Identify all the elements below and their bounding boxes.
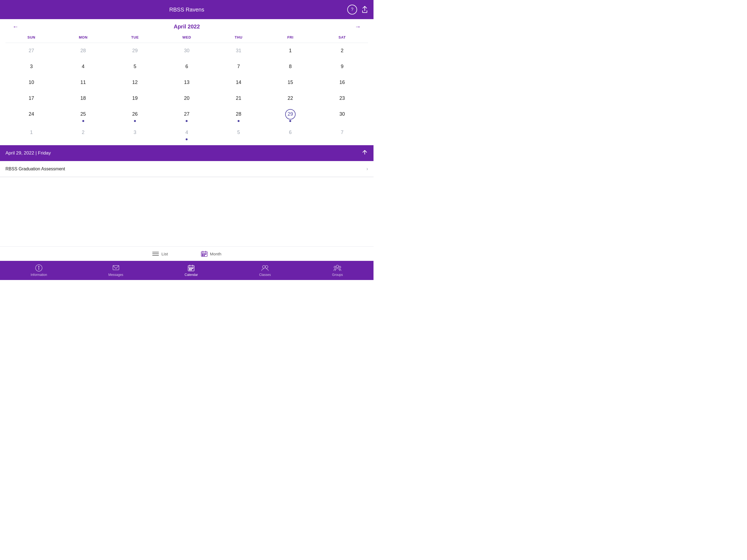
calendar-day[interactable]: 7 xyxy=(316,125,368,143)
calendar-day[interactable]: 25 xyxy=(57,106,109,125)
svg-point-26 xyxy=(265,265,268,268)
calendar-day[interactable]: 2 xyxy=(57,125,109,143)
calendar-day[interactable]: 30 xyxy=(316,106,368,125)
calendar-day[interactable]: 16 xyxy=(316,75,368,91)
calendar-day[interactable]: 5 xyxy=(213,125,264,143)
calendar-day[interactable]: 29 xyxy=(109,43,161,59)
event-dot xyxy=(186,138,187,140)
calendar-day[interactable]: 10 xyxy=(5,75,57,91)
groups-icon xyxy=(334,264,341,272)
calendar-day[interactable]: 24 xyxy=(5,106,57,125)
tab-information-label: Information xyxy=(31,273,47,277)
weekday-tue: TUE xyxy=(109,34,161,41)
selected-date-bar: April 29, 2022 | Friday xyxy=(0,145,374,161)
next-month-button[interactable]: → xyxy=(351,21,365,32)
event-item[interactable]: RBSS Graduation Assessment › xyxy=(0,161,374,177)
calendar-day[interactable]: 23 xyxy=(316,91,368,106)
list-view-label: List xyxy=(161,252,168,256)
calendar-day[interactable]: 1 xyxy=(264,43,316,59)
app-title: RBSS Ravens xyxy=(169,6,204,13)
svg-point-27 xyxy=(336,265,339,268)
up-arrow-icon xyxy=(361,149,368,156)
calendar-day[interactable]: 21 xyxy=(213,91,264,106)
calendar-day[interactable]: 14 xyxy=(213,75,264,91)
calendar-day[interactable]: 26 xyxy=(109,106,161,125)
calendar-day[interactable]: 17 xyxy=(5,91,57,106)
calendar-day[interactable]: 19 xyxy=(109,91,161,106)
share-icon xyxy=(361,6,368,14)
calendar-day[interactable]: 3 xyxy=(109,125,161,143)
calendar-day[interactable]: 12 xyxy=(109,75,161,91)
calendar-day[interactable]: 2 xyxy=(316,43,368,59)
calendar-day[interactable]: 28 xyxy=(57,43,109,59)
view-toggle-bar: List Month xyxy=(0,246,374,261)
share-button[interactable] xyxy=(361,6,368,14)
calendar-day[interactable]: 27 xyxy=(161,106,212,125)
calendar-day[interactable]: 27 xyxy=(5,43,57,59)
calendar-day[interactable]: 7 xyxy=(213,59,264,75)
calendar-month-title: April 2022 xyxy=(174,24,200,30)
tab-classes[interactable]: Classes xyxy=(254,262,277,279)
list-view-button[interactable]: List xyxy=(152,251,168,257)
svg-point-28 xyxy=(334,266,336,268)
calendar-navigation: ← April 2022 → xyxy=(0,19,374,34)
svg-point-14 xyxy=(38,266,39,266)
calendar-day[interactable]: 6 xyxy=(161,59,212,75)
collapse-button[interactable] xyxy=(361,149,368,157)
prev-month-button[interactable]: ← xyxy=(8,21,23,32)
event-dot xyxy=(238,120,239,122)
tab-groups[interactable]: Groups xyxy=(327,262,349,279)
help-icon: ? xyxy=(351,7,354,12)
event-chevron-icon: › xyxy=(366,166,368,172)
calendar-day[interactable]: 5 xyxy=(109,59,161,75)
tab-classes-label: Classes xyxy=(259,273,271,277)
weekday-wed: WED xyxy=(161,34,212,41)
svg-rect-22 xyxy=(192,268,193,269)
event-dot xyxy=(289,120,291,122)
calendar-day[interactable]: 30 xyxy=(161,43,212,59)
calendar-day-29-selected[interactable]: 29 xyxy=(264,106,316,125)
calendar-day[interactable]: 6 xyxy=(264,125,316,143)
calendar-day[interactable]: 9 xyxy=(316,59,368,75)
month-view-label: Month xyxy=(210,252,222,256)
event-name: RBSS Graduation Assessment xyxy=(5,167,65,172)
calendar-day[interactable]: 31 xyxy=(213,43,264,59)
month-view-button[interactable]: Month xyxy=(201,251,222,257)
header-actions: ? xyxy=(347,5,368,15)
svg-rect-20 xyxy=(189,268,190,269)
help-button[interactable]: ? xyxy=(347,5,357,15)
svg-rect-7 xyxy=(202,254,203,255)
calendar-day[interactable]: 15 xyxy=(264,75,316,91)
tab-calendar-label: Calendar xyxy=(185,273,198,277)
svg-rect-8 xyxy=(204,254,205,255)
app-header: RBSS Ravens ? xyxy=(0,0,374,19)
calendar-weekdays: SUN MON TUE WED THU FRI SAT xyxy=(5,34,368,41)
calendar-day[interactable]: 28 xyxy=(213,106,264,125)
event-dot xyxy=(134,120,136,122)
calendar-day[interactable]: 11 xyxy=(57,75,109,91)
calendar-icon xyxy=(187,264,195,272)
svg-point-25 xyxy=(262,265,265,268)
tab-groups-label: Groups xyxy=(332,273,343,277)
event-dot xyxy=(186,120,187,122)
calendar-day[interactable]: 22 xyxy=(264,91,316,106)
calendar-day[interactable]: 13 xyxy=(161,75,212,91)
month-icon xyxy=(201,251,208,257)
calendar-day[interactable]: 4 xyxy=(57,59,109,75)
selected-date-label: April 29, 2022 | Friday xyxy=(5,150,51,156)
calendar-day[interactable]: 20 xyxy=(161,91,212,106)
tab-messages[interactable]: Messages xyxy=(103,262,129,279)
tab-information[interactable]: Information xyxy=(25,262,52,279)
calendar-day[interactable]: 4 xyxy=(161,125,212,143)
calendar-day[interactable]: 18 xyxy=(57,91,109,106)
calendar-day[interactable]: 1 xyxy=(5,125,57,143)
weekday-sun: SUN xyxy=(5,34,57,41)
calendar-day[interactable]: 3 xyxy=(5,59,57,75)
calendar-day[interactable]: 8 xyxy=(264,59,316,75)
svg-rect-21 xyxy=(191,268,192,269)
calendar-grid: 27 28 29 30 31 1 2 3 4 5 6 7 8 9 10 11 1… xyxy=(5,43,368,143)
event-list: RBSS Graduation Assessment › xyxy=(0,161,374,177)
weekday-fri: FRI xyxy=(264,34,316,41)
tab-calendar[interactable]: Calendar xyxy=(179,262,203,279)
bottom-tabbar: Information Messages Calendar xyxy=(0,261,374,280)
